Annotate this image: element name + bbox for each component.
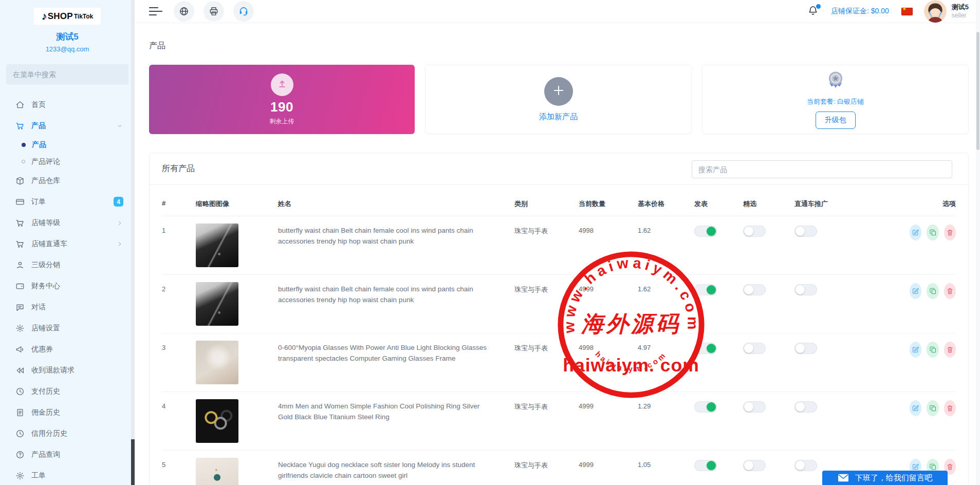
sidebar-item-店铺等级[interactable]: 店铺等级 — [0, 212, 135, 233]
current-plan-label: 当前套餐: 白银店铺 — [807, 97, 864, 106]
product-category: 珠宝与手表 — [514, 458, 579, 470]
leave-message-bar[interactable]: 下班了，给我们留言吧 — [822, 471, 948, 485]
promotion-toggle[interactable] — [794, 401, 817, 413]
promotion-toggle[interactable] — [794, 226, 817, 237]
content: 产品 190 剩余上传 添加新产品 当前套餐: 白银店铺 升级包 — [135, 23, 980, 485]
sidebar-item-优惠券[interactable]: 优惠券 — [0, 339, 135, 360]
sidebar-item-首页[interactable]: 首页 — [0, 94, 135, 115]
table-row: 1 butterfly waist chain Belt chain femal… — [162, 216, 956, 274]
product-quantity: 4999 — [579, 399, 638, 410]
product-price: 1.29 — [638, 399, 694, 410]
sidebar-item-三级分销[interactable]: 三级分销 — [0, 254, 135, 275]
copy-button[interactable] — [927, 342, 938, 358]
sidebar-item-收到退款请求[interactable]: 收到退款请求 — [0, 360, 135, 381]
sidebar-item-店铺设置[interactable]: 店铺设置 — [0, 318, 135, 339]
delete-button[interactable] — [944, 400, 956, 416]
sidebar-item-财务中心[interactable]: 财务中心 — [0, 275, 135, 296]
cart-icon — [15, 121, 25, 130]
upgrade-plan-button[interactable]: 升级包 — [816, 111, 856, 129]
sidebar-item-信用分历史[interactable]: 信用分历史 — [0, 423, 135, 444]
avatar[interactable] — [924, 0, 947, 23]
publish-toggle[interactable] — [694, 284, 717, 295]
sidebar-scrollbar-thumb[interactable] — [131, 439, 135, 485]
product-quantity: 4999 — [579, 282, 638, 293]
support-headset-button[interactable] — [233, 1, 254, 22]
product-name: 4mm Men and Women Simple Fashion Cool Po… — [278, 399, 514, 423]
copy-button[interactable] — [927, 225, 938, 240]
delete-button[interactable] — [944, 342, 956, 358]
notifications-bell-button[interactable] — [807, 5, 820, 18]
menu-search-input[interactable] — [6, 64, 128, 85]
upload-icon — [271, 73, 293, 96]
product-price: 1.62 — [638, 223, 694, 234]
featured-toggle[interactable] — [743, 226, 766, 237]
print-button[interactable] — [204, 1, 224, 22]
featured-toggle[interactable] — [743, 343, 766, 354]
sidebar-subitem-产品评论[interactable]: 产品评论 — [0, 153, 135, 170]
menu-toggle-icon[interactable] — [149, 6, 162, 16]
featured-toggle[interactable] — [743, 284, 766, 295]
edit-button[interactable] — [910, 283, 921, 299]
add-product-card[interactable]: 添加新产品 — [425, 65, 692, 134]
remaining-uploads-card[interactable]: 190 剩余上传 — [149, 65, 415, 134]
featured-toggle[interactable] — [743, 460, 766, 471]
user-block[interactable]: 测试5 seller — [952, 3, 972, 19]
sidebar-item-工单[interactable]: 工单 — [0, 465, 135, 485]
sidebar-subitem-产品[interactable]: 产品 — [0, 136, 135, 153]
logo-text-tiktok: TikTok — [74, 13, 94, 20]
promotion-toggle[interactable] — [794, 343, 817, 354]
topbar: 店铺保证金: $0.00 测试5 seller — [135, 0, 980, 23]
product-quantity: 4998 — [579, 223, 638, 234]
sidebar-item-产品[interactable]: 产品 — [0, 115, 135, 136]
product-thumbnail[interactable] — [196, 399, 238, 443]
product-category: 珠宝与手表 — [514, 341, 579, 353]
copy-button[interactable] — [927, 400, 938, 416]
bell-icon — [807, 10, 819, 18]
wallet-icon — [15, 282, 25, 291]
edit-button[interactable] — [910, 400, 921, 416]
product-thumbnail[interactable] — [196, 282, 238, 326]
sidebar-item-店铺直通车[interactable]: 店铺直通车 — [0, 233, 135, 254]
page-scrollbar-thumb[interactable] — [976, 32, 979, 150]
sidebar-item-产品仓库[interactable]: 产品仓库 — [0, 170, 135, 191]
store-deposit[interactable]: 店铺保证金: $0.00 — [831, 7, 889, 16]
delete-button[interactable] — [944, 225, 956, 240]
col-options: 选项 — [910, 199, 956, 209]
page-scrollbar[interactable] — [976, 0, 980, 485]
product-category: 珠宝与手表 — [514, 223, 579, 236]
china-flag-icon[interactable] — [901, 8, 913, 15]
col-featured: 精选 — [743, 199, 794, 209]
publish-toggle[interactable] — [694, 401, 717, 413]
publish-toggle[interactable] — [694, 460, 717, 471]
product-price: 1.05 — [638, 458, 694, 469]
sidebar-menu: 首页 产品 产品 产品评论 产品仓库 订单 4 店铺等级 店铺直通车 三级分销 … — [0, 90, 135, 485]
sidebar-item-产品查询[interactable]: 产品查询 — [0, 444, 135, 465]
shop-tiktok-logo[interactable]: ♪ SHOP TikTok — [34, 8, 101, 25]
sidebar-item-佣金历史[interactable]: 佣金历史 — [0, 402, 135, 423]
sidebar-scrollbar[interactable] — [131, 0, 135, 485]
chat-icon — [15, 303, 25, 312]
publish-toggle[interactable] — [694, 226, 717, 237]
promotion-toggle[interactable] — [794, 460, 817, 471]
featured-toggle[interactable] — [743, 401, 766, 413]
edit-button[interactable] — [910, 342, 921, 358]
publish-toggle[interactable] — [694, 343, 717, 354]
language-globe-button[interactable] — [174, 1, 194, 22]
promotion-toggle[interactable] — [794, 284, 817, 295]
product-thumbnail[interactable] — [196, 341, 238, 384]
sidebar-item-对话[interactable]: 对话 — [0, 296, 135, 318]
product-thumbnail[interactable] — [196, 458, 238, 485]
product-thumbnail[interactable] — [196, 223, 238, 267]
sidebar-item-支付历史[interactable]: 支付历史 — [0, 381, 135, 402]
bullet-icon — [22, 143, 26, 147]
tiktok-note-icon: ♪ — [42, 10, 47, 22]
sidebar-item-订单[interactable]: 订单 4 — [0, 191, 135, 212]
envelope-icon — [838, 474, 849, 482]
product-search-input[interactable] — [692, 160, 952, 178]
table-row: 2 butterfly waist chain Belt chain femal… — [162, 274, 956, 333]
row-index: 5 — [162, 458, 196, 469]
delete-button[interactable] — [944, 283, 956, 299]
edit-button[interactable] — [910, 225, 921, 240]
cart-icon — [15, 239, 25, 249]
copy-button[interactable] — [927, 283, 938, 299]
